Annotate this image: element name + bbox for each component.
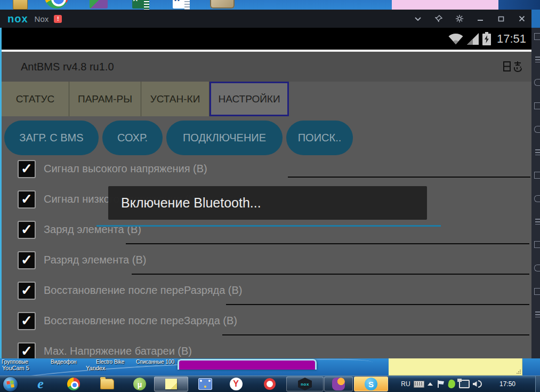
minimize-button[interactable] xyxy=(476,14,485,23)
desktop-icon-label[interactable]: YouCam 5 xyxy=(2,365,29,371)
toolbar-icon[interactable] xyxy=(534,172,540,179)
toolbar-icon[interactable] xyxy=(534,79,540,86)
toolbar-icon[interactable] xyxy=(535,311,540,317)
action-center-flag-icon[interactable] xyxy=(436,376,446,392)
desktop-label-fragment[interactable]: Electro Bike xyxy=(96,359,124,365)
setting-row: ✓ Мах. Напряжение батареи (В) xyxy=(2,336,531,358)
start-button[interactable] xyxy=(2,376,19,392)
network-icon[interactable] xyxy=(458,376,470,392)
toolbar-icon[interactable] xyxy=(534,265,540,271)
tab-settings[interactable]: НАСТРОЙКИ xyxy=(209,82,289,116)
wifi-icon xyxy=(448,33,463,45)
notification-badge[interactable]: ! xyxy=(54,15,62,23)
taskbar-item-yandex[interactable]: Y xyxy=(224,376,248,392)
search-button[interactable]: ПОИСК.. xyxy=(286,121,353,155)
setting-row: ✓ Разряд элемента (В) xyxy=(2,245,531,275)
taskbar-item-utorrent[interactable]: µ xyxy=(129,376,150,392)
taskbar-item-explorer[interactable] xyxy=(96,376,118,392)
desktop-icon-chrome[interactable] xyxy=(45,0,69,10)
toolbar-icon[interactable] xyxy=(535,57,540,62)
desktop-icon-app[interactable] xyxy=(90,0,109,10)
desktop-icon-folder[interactable] xyxy=(13,0,29,10)
tray-clock[interactable]: 17:50 xyxy=(489,376,526,392)
save-button[interactable]: СОХР. xyxy=(102,121,163,155)
desktop-label-fragment[interactable]: Групповые xyxy=(2,359,28,365)
taskbar-item-snip-tool[interactable] xyxy=(193,376,217,392)
tray-language[interactable]: RU xyxy=(399,376,413,392)
setting-row: ✓ Сигнал высокого напряжения (В) xyxy=(2,154,531,184)
setting-row: ✓ Восстановление после переЗаряда (В) xyxy=(2,306,531,336)
chevron-down-icon[interactable] xyxy=(414,14,422,23)
pin-icon[interactable] xyxy=(434,14,443,23)
android-status-bar: 17:51 xyxy=(2,28,531,50)
action-button-row: ЗАГР. С BMS СОХР. ПОДКЛЮЧЕНИЕ ПОИСК.. xyxy=(4,121,353,155)
app-header: AntBMS rv4.8 ru1.0 日志 xyxy=(2,52,531,82)
sticky-note-yellow[interactable] xyxy=(389,358,522,375)
setting-row: ✓ Восстановление после переРазряда (В) xyxy=(2,275,531,306)
nox-titlebar[interactable]: nox Nox ! xyxy=(0,10,531,28)
connect-button[interactable]: ПОДКЛЮЧЕНИЕ xyxy=(166,121,283,155)
desktop-icon-label[interactable]: Yandex xyxy=(86,365,106,371)
settings-content: ЗАГР. С BMS СОХР. ПОДКЛЮЧЕНИЕ ПОИСК.. ✓ … xyxy=(2,116,531,358)
toolbar-icon[interactable] xyxy=(534,288,540,295)
android-screen: 17:51 AntBMS rv4.8 ru1.0 日志 СТАТУС ПАРАМ… xyxy=(0,28,531,358)
app-title: AntBMS rv4.8 ru1.0 xyxy=(21,61,114,73)
taskbar-item-chrome[interactable] xyxy=(63,376,84,392)
signal-icon xyxy=(467,33,479,45)
tray-app-icon[interactable] xyxy=(447,376,456,392)
nox-emulator-window: nox Nox ! xyxy=(0,10,531,358)
toolbar-icon[interactable] xyxy=(535,149,540,155)
checkbox[interactable]: ✓ xyxy=(18,282,36,300)
setting-label: Мах. Напряжение батареи (В) xyxy=(44,345,192,357)
checkbox[interactable]: ✓ xyxy=(18,221,36,239)
desktop-label-fragment[interactable]: Видеофон xyxy=(51,359,77,365)
toolbar-icon[interactable] xyxy=(534,126,540,133)
checkbox[interactable]: ✓ xyxy=(18,342,36,359)
checkbox[interactable]: ✓ xyxy=(18,160,36,178)
desktop-label-fragment[interactable]: Списанные 100 xyxy=(136,359,174,365)
background-window[interactable] xyxy=(178,359,317,370)
desktop-top-strip: X W xyxy=(0,0,540,10)
toolbar-icon[interactable] xyxy=(534,102,540,109)
nox-logo: nox xyxy=(7,13,28,25)
tab-setpoints[interactable]: УСТАН-КИ xyxy=(141,82,209,116)
toolbar-icon[interactable] xyxy=(534,241,540,248)
taskbar-item-sticky-notes[interactable] xyxy=(154,377,188,391)
sticky-note-pink[interactable] xyxy=(392,0,498,10)
checkbox[interactable]: ✓ xyxy=(18,190,36,209)
load-from-bms-button[interactable]: ЗАГР. С BMS xyxy=(4,121,99,155)
tray-expand-icon[interactable] xyxy=(426,376,434,392)
desktop-bottom-strip: Групповые Видеофон Electro Bike Списанны… xyxy=(0,358,540,375)
bluetooth-toast: Включение Bluetooth... xyxy=(108,186,427,220)
desktop-icon-phone-photo[interactable] xyxy=(210,0,236,10)
tab-status[interactable]: СТАТУС xyxy=(2,82,69,116)
resize-grip[interactable] xyxy=(517,370,521,374)
nox-side-toolbar xyxy=(531,28,540,358)
desktop-icon-word[interactable]: W xyxy=(173,0,191,10)
maximize-button[interactable] xyxy=(497,14,505,23)
show-desktop-button[interactable] xyxy=(535,376,540,392)
taskbar-item-nox[interactable]: nox xyxy=(286,377,324,391)
setting-label: Восстановление после переЗаряда (В) xyxy=(44,315,237,327)
screen-root: X W nox Nox ! xyxy=(0,0,540,392)
desktop-icon-excel[interactable]: X xyxy=(132,0,150,10)
toolbar-icon[interactable] xyxy=(535,219,540,225)
checkbox[interactable]: ✓ xyxy=(18,251,36,269)
taskbar-item-viber[interactable] xyxy=(324,377,353,391)
tab-params[interactable]: ПАРАМ-РЫ xyxy=(69,82,141,116)
taskbar-item-opera[interactable] xyxy=(257,376,282,392)
close-button[interactable] xyxy=(518,14,526,23)
log-menu-label: 日志 xyxy=(503,61,522,74)
taskbar-item-skype[interactable]: S xyxy=(354,377,388,391)
toolbar-icon[interactable] xyxy=(534,195,540,202)
battery-charging-icon xyxy=(482,32,491,45)
taskbar-item-ie[interactable]: e xyxy=(30,376,51,392)
focused-input-underline[interactable] xyxy=(96,225,441,227)
keyboard-icon[interactable] xyxy=(413,376,425,392)
tab-bar: СТАТУС ПАРАМ-РЫ УСТАН-КИ НАСТРОЙКИ xyxy=(2,82,531,116)
gear-icon[interactable] xyxy=(455,14,464,23)
volume-icon[interactable] xyxy=(471,376,483,392)
log-menu-button[interactable]: 日志 xyxy=(503,61,523,73)
checkbox[interactable]: ✓ xyxy=(18,312,36,330)
toolbar-icon[interactable] xyxy=(534,33,540,40)
